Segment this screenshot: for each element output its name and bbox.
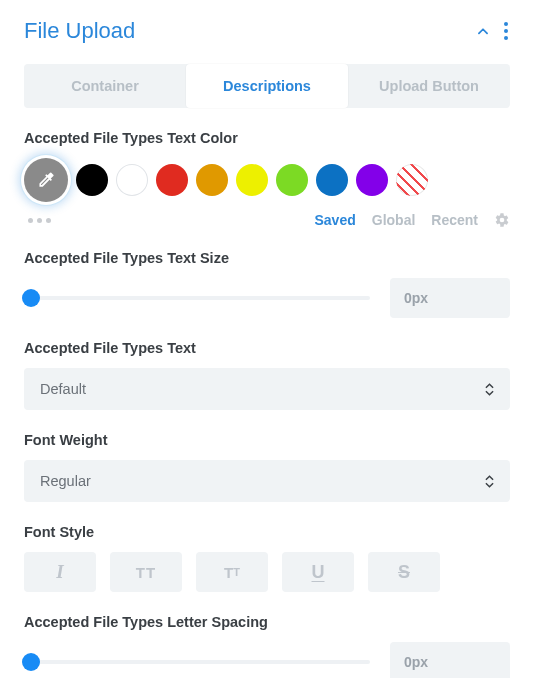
gear-icon[interactable] [494, 212, 510, 228]
font-style-buttons: I TT TT U S [24, 552, 510, 592]
italic-button[interactable]: I [24, 552, 96, 592]
font-select-value: Default [40, 381, 86, 397]
letter-spacing-label: Accepted File Types Letter Spacing [24, 614, 510, 630]
slider-thumb[interactable] [22, 653, 40, 671]
color-swatch-green[interactable] [276, 164, 308, 196]
panel-title: File Upload [24, 18, 135, 44]
font-weight-label: Font Weight [24, 432, 510, 448]
font-weight-select[interactable]: Regular [24, 460, 510, 502]
eyedropper-swatch[interactable] [24, 158, 68, 202]
letter-spacing-value[interactable]: 0px [390, 642, 510, 678]
header-actions [476, 20, 510, 42]
text-size-value[interactable]: 0px [390, 278, 510, 318]
swatch-source-tabs: Saved Global Recent [315, 212, 511, 228]
letter-spacing-slider[interactable] [24, 651, 370, 673]
color-swatch-red[interactable] [156, 164, 188, 196]
color-swatch-purple[interactable] [356, 164, 388, 196]
tab-descriptions[interactable]: Descriptions [186, 64, 348, 108]
color-swatches [24, 158, 510, 202]
color-swatch-blue[interactable] [316, 164, 348, 196]
color-swatch-orange[interactable] [196, 164, 228, 196]
swatch-tab-saved[interactable]: Saved [315, 212, 356, 228]
tab-upload-button[interactable]: Upload Button [348, 64, 510, 108]
collapse-icon[interactable] [476, 24, 490, 38]
color-swatch-none[interactable] [396, 164, 428, 196]
text-color-label: Accepted File Types Text Color [24, 130, 510, 146]
color-swatch-black[interactable] [76, 164, 108, 196]
strikethrough-button[interactable]: S [368, 552, 440, 592]
select-arrows-icon [485, 475, 494, 488]
underline-button[interactable]: U [282, 552, 354, 592]
slider-thumb[interactable] [22, 289, 40, 307]
tab-container[interactable]: Container [24, 64, 186, 108]
select-arrows-icon [485, 383, 494, 396]
font-label: Accepted File Types Text [24, 340, 510, 356]
font-weight-value: Regular [40, 473, 91, 489]
text-size-slider[interactable] [24, 287, 370, 309]
uppercase-button[interactable]: TT [110, 552, 182, 592]
color-swatch-white[interactable] [116, 164, 148, 196]
smallcaps-button[interactable]: TT [196, 552, 268, 592]
color-swatch-yellow[interactable] [236, 164, 268, 196]
more-options-icon[interactable] [502, 20, 510, 42]
font-select[interactable]: Default [24, 368, 510, 410]
swatch-tab-global[interactable]: Global [372, 212, 416, 228]
tab-bar: Container Descriptions Upload Button [24, 64, 510, 108]
text-size-label: Accepted File Types Text Size [24, 250, 510, 266]
font-style-label: Font Style [24, 524, 510, 540]
more-swatches-icon[interactable] [24, 214, 55, 227]
swatch-tab-recent[interactable]: Recent [431, 212, 478, 228]
panel-header: File Upload [24, 18, 510, 44]
